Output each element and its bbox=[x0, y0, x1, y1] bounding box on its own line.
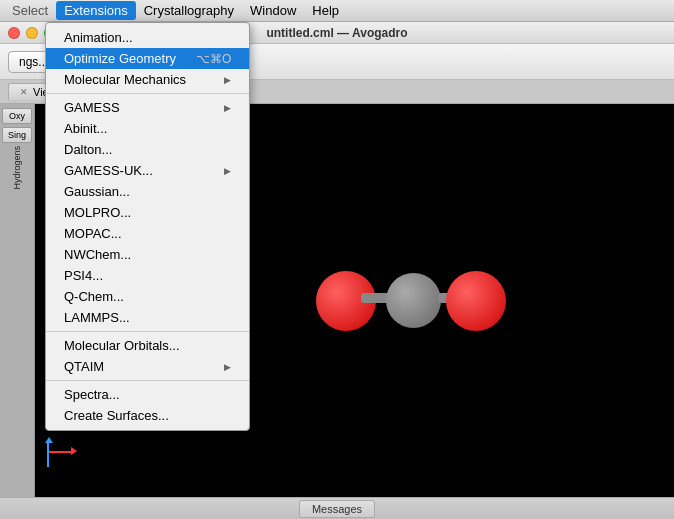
menu-separator-3 bbox=[46, 380, 249, 381]
menu-item-nwchem[interactable]: NWChem... bbox=[46, 244, 249, 265]
menu-item-lammps-label: LAMMPS... bbox=[64, 310, 231, 325]
molecular-mechanics-arrow bbox=[224, 74, 231, 85]
menu-extensions[interactable]: Extensions bbox=[56, 1, 136, 20]
axes bbox=[47, 437, 77, 467]
menu-item-gaussian[interactable]: Gaussian... bbox=[46, 181, 249, 202]
menu-item-psi4-label: PSI4... bbox=[64, 268, 231, 283]
menu-item-dalton-label: Dalton... bbox=[64, 142, 231, 157]
extensions-menu: Animation... Optimize Geometry ⌥⌘O Molec… bbox=[45, 22, 250, 431]
menu-item-optimize-geometry-shortcut: ⌥⌘O bbox=[196, 52, 231, 66]
atom-oxygen-right bbox=[446, 271, 506, 331]
menu-item-gamess-uk-label: GAMESS-UK... bbox=[64, 163, 224, 178]
menu-separator-2 bbox=[46, 331, 249, 332]
menu-item-nwchem-label: NWChem... bbox=[64, 247, 231, 262]
sing-button[interactable]: Sing bbox=[2, 127, 32, 143]
menu-item-gamess[interactable]: GAMESS bbox=[46, 97, 249, 118]
axis-y bbox=[47, 442, 49, 467]
menu-item-spectra[interactable]: Spectra... bbox=[46, 384, 249, 405]
menu-select[interactable]: Select bbox=[4, 1, 56, 20]
axis-y-arrow bbox=[45, 437, 53, 443]
close-button[interactable] bbox=[8, 27, 20, 39]
menu-item-create-surfaces-label: Create Surfaces... bbox=[64, 408, 231, 423]
menu-separator-1 bbox=[46, 93, 249, 94]
menu-window[interactable]: Window bbox=[242, 1, 304, 20]
menu-item-gamess-uk[interactable]: GAMESS-UK... bbox=[46, 160, 249, 181]
menu-item-dalton[interactable]: Dalton... bbox=[46, 139, 249, 160]
menu-item-create-surfaces[interactable]: Create Surfaces... bbox=[46, 405, 249, 426]
oxy-button[interactable]: Oxy bbox=[2, 108, 32, 124]
messages-button[interactable]: Messages bbox=[299, 500, 375, 518]
menu-item-molpro[interactable]: MOLPRO... bbox=[46, 202, 249, 223]
bond-left bbox=[361, 293, 389, 303]
menu-item-abinit[interactable]: Abinit... bbox=[46, 118, 249, 139]
menu-item-optimize-geometry-label: Optimize Geometry bbox=[64, 51, 176, 66]
menu-crystallography[interactable]: Crystallography bbox=[136, 1, 242, 20]
dropdown-overlay: Animation... Optimize Geometry ⌥⌘O Molec… bbox=[45, 22, 250, 431]
menu-help[interactable]: Help bbox=[304, 1, 347, 20]
qtaim-arrow bbox=[224, 361, 231, 372]
menu-item-molecular-mechanics-label: Molecular Mechanics bbox=[64, 72, 224, 87]
menu-item-abinit-label: Abinit... bbox=[64, 121, 231, 136]
menu-item-animation[interactable]: Animation... bbox=[46, 27, 249, 48]
menu-item-molpro-label: MOLPRO... bbox=[64, 205, 231, 220]
menu-item-gaussian-label: Gaussian... bbox=[64, 184, 231, 199]
side-panel: Oxy Sing Hydrogens bbox=[0, 104, 35, 497]
menu-item-psi4[interactable]: PSI4... bbox=[46, 265, 249, 286]
menu-item-qtaim[interactable]: QTAIM bbox=[46, 356, 249, 377]
gamess-uk-arrow bbox=[224, 165, 231, 176]
menu-item-spectra-label: Spectra... bbox=[64, 387, 231, 402]
statusbar: Messages bbox=[0, 497, 674, 519]
atom-center bbox=[386, 273, 441, 328]
menu-item-mopac-label: MOPAC... bbox=[64, 226, 231, 241]
menu-item-gamess-label: GAMESS bbox=[64, 100, 224, 115]
axis-x-arrow bbox=[71, 447, 77, 455]
window-title: untitled.cml — Avogadro bbox=[266, 26, 407, 40]
gamess-arrow bbox=[224, 102, 231, 113]
menu-item-lammps[interactable]: LAMMPS... bbox=[46, 307, 249, 328]
tab-close-view1[interactable]: ✕ bbox=[19, 87, 29, 97]
axis-x bbox=[47, 451, 72, 453]
menubar: Select Extensions Crystallography Window… bbox=[0, 0, 674, 22]
menu-item-animation-label: Animation... bbox=[64, 30, 231, 45]
menu-item-qchem-label: Q-Chem... bbox=[64, 289, 231, 304]
menu-item-qchem[interactable]: Q-Chem... bbox=[46, 286, 249, 307]
menu-item-molecular-orbitals[interactable]: Molecular Orbitals... bbox=[46, 335, 249, 356]
menu-item-mopac[interactable]: MOPAC... bbox=[46, 223, 249, 244]
menu-item-molecular-orbitals-label: Molecular Orbitals... bbox=[64, 338, 231, 353]
menu-item-qtaim-label: QTAIM bbox=[64, 359, 224, 374]
minimize-button[interactable] bbox=[26, 27, 38, 39]
menu-item-molecular-mechanics[interactable]: Molecular Mechanics bbox=[46, 69, 249, 90]
hydrogens-label: Hydrogens bbox=[12, 146, 22, 190]
menu-item-optimize-geometry[interactable]: Optimize Geometry ⌥⌘O bbox=[46, 48, 249, 69]
